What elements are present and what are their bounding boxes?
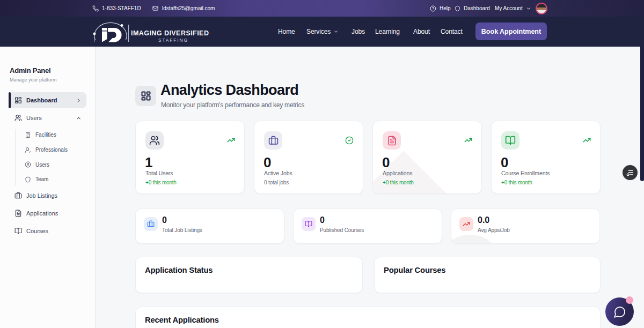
svg-text:IMAGING DIVERSIFIED: IMAGING DIVERSIFIED <box>131 29 209 37</box>
svg-text:STAFFING: STAFFING <box>158 38 188 43</box>
